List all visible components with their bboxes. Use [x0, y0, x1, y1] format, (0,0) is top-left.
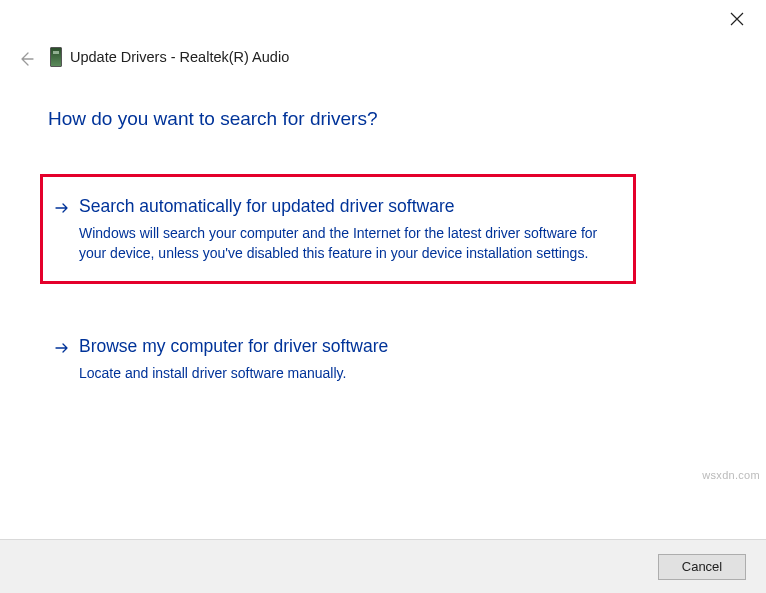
- arrow-left-icon: [18, 53, 34, 70]
- wizard-content: Update Drivers - Realtek(R) Audio How do…: [0, 0, 766, 539]
- header: Update Drivers - Realtek(R) Audio: [50, 47, 289, 67]
- device-icon: [50, 47, 62, 67]
- arrow-right-icon: [55, 201, 69, 215]
- watermark-text: wsxdn.com: [702, 469, 760, 481]
- option-browse-computer[interactable]: Browse my computer for driver software L…: [40, 314, 636, 404]
- option-description: Locate and install driver software manua…: [79, 363, 611, 383]
- option-body: Browse my computer for driver software L…: [79, 335, 611, 383]
- window-title: Update Drivers - Realtek(R) Audio: [70, 49, 289, 65]
- close-icon: [728, 12, 746, 26]
- option-search-automatically[interactable]: Search automatically for updated driver …: [40, 174, 636, 284]
- back-button[interactable]: [18, 51, 38, 71]
- option-description: Windows will search your computer and th…: [79, 223, 611, 264]
- footer-bar: Cancel: [0, 539, 766, 593]
- arrow-right-icon: [55, 341, 69, 355]
- cancel-button[interactable]: Cancel: [658, 554, 746, 580]
- option-title: Browse my computer for driver software: [79, 335, 611, 358]
- page-heading: How do you want to search for drivers?: [48, 108, 378, 130]
- close-button[interactable]: [728, 12, 746, 30]
- option-body: Search automatically for updated driver …: [79, 195, 611, 263]
- option-title: Search automatically for updated driver …: [79, 195, 611, 218]
